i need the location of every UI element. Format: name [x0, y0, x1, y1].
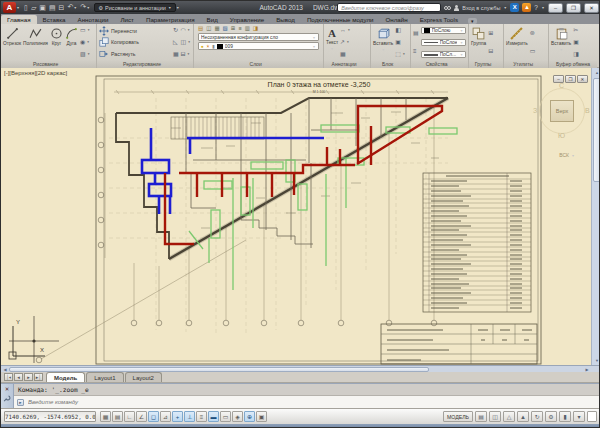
- array-icon[interactable]: ▦: [173, 51, 179, 58]
- create-block-icon[interactable]: ◧: [395, 27, 401, 34]
- quick-view-layouts-icon[interactable]: ▤: [475, 411, 487, 422]
- plot-icon[interactable]: ⊟: [59, 3, 65, 13]
- tab-view[interactable]: Вид: [201, 15, 224, 24]
- undo-icon[interactable]: ↶▾: [67, 2, 77, 13]
- leader-icon[interactable]: ↗: [340, 39, 345, 46]
- arc-button[interactable]: Дуга: [65, 25, 78, 60]
- drawing-canvas[interactable]: План 0 этажа на отметке -3,250 М 1:100: [1, 68, 600, 365]
- layer-state-icon[interactable]: ◨: [253, 25, 258, 32]
- close-button[interactable]: ✕: [584, 3, 599, 13]
- close-icon[interactable]: ✕: [5, 386, 10, 392]
- scroll-up-icon[interactable]: ▲: [592, 68, 600, 77]
- redo-icon[interactable]: ↷▾: [80, 2, 90, 13]
- paste-button[interactable]: Вставить▾: [551, 25, 571, 60]
- layer-unlock-icon[interactable]: ▮: [212, 44, 215, 49]
- tab-online[interactable]: Онлайн: [379, 15, 413, 24]
- restore-button[interactable]: ❐: [566, 3, 581, 13]
- tab-model[interactable]: Модель: [46, 372, 85, 382]
- am-toggle[interactable]: ▣: [256, 411, 267, 422]
- layer-thaw-sun-icon[interactable]: ☀: [206, 44, 210, 49]
- group-edit-icon[interactable]: ⊟: [488, 48, 493, 55]
- polyline-button[interactable]: Полилиния: [23, 25, 48, 60]
- ungroup-icon[interactable]: ⊞: [488, 30, 493, 37]
- next-layout-icon[interactable]: ▸: [24, 373, 33, 381]
- dyn-toggle[interactable]: ≡: [196, 411, 207, 422]
- viewcube-east[interactable]: В: [585, 107, 590, 114]
- tab-express[interactable]: Express Tools: [414, 15, 464, 24]
- scroll-down-icon[interactable]: ▼: [592, 356, 600, 365]
- rotate-icon[interactable]: ↻: [173, 27, 178, 34]
- layer-dropdown[interactable]: ● ☀ ▮ 009 ▾: [198, 42, 319, 50]
- edit-block-icon[interactable]: ▣: [395, 39, 401, 46]
- tab-annotate[interactable]: Аннотации: [72, 15, 115, 24]
- scale-icon[interactable]: ◺: [173, 39, 178, 46]
- quick-select-icon[interactable]: ⊚: [530, 30, 535, 37]
- mirror-icon[interactable]: ◫: [181, 39, 187, 46]
- help-icon[interactable]: ?: [534, 4, 538, 11]
- tab-manage[interactable]: Управление: [224, 15, 270, 24]
- layer-freeze-icon[interactable]: ▧: [223, 25, 228, 32]
- stretch-button[interactable]: Растянуть: [99, 49, 171, 59]
- panel-properties-label[interactable]: Свойства▾: [411, 60, 468, 68]
- qat-more-icon[interactable]: ▾: [177, 5, 179, 10]
- dimension-icon[interactable]: ↔: [340, 27, 346, 34]
- quick-calc-icon[interactable]: ▭: [530, 48, 536, 55]
- properties-list-icon[interactable]: ≡: [413, 48, 417, 55]
- annotation-scale-icon[interactable]: △: [503, 411, 515, 422]
- save-as-icon[interactable]: ▤: [49, 3, 56, 13]
- hatch-tool-icon[interactable]: ▨: [80, 51, 86, 58]
- minimize-button[interactable]: –: [548, 3, 563, 13]
- viewcube-top-face[interactable]: Верх: [550, 100, 574, 122]
- lineweight-dropdown[interactable]: ПоСл...▾: [421, 51, 467, 58]
- layer-off-icon[interactable]: ◫: [206, 25, 211, 32]
- command-window-grip[interactable]: ✕: [1, 384, 14, 408]
- snap-toggle[interactable]: ▦: [100, 411, 111, 422]
- layer-properties-icon[interactable]: ▤: [198, 25, 203, 32]
- help-arrow-icon[interactable]: ▾: [542, 5, 544, 10]
- group-button[interactable]: Группа: [471, 25, 486, 60]
- tab-layout1[interactable]: Layout1: [86, 372, 123, 382]
- command-badge-icon[interactable]: ▸: [17, 399, 24, 406]
- status-menu-icon[interactable]: ▾: [573, 411, 585, 422]
- new-file-icon[interactable]: ▯: [24, 3, 28, 13]
- tab-parametric[interactable]: Параметризация: [140, 15, 201, 24]
- layer-match-icon[interactable]: ≡: [238, 25, 241, 32]
- ortho-toggle[interactable]: ∟: [124, 411, 135, 422]
- tab-insert[interactable]: Вставка: [37, 15, 72, 24]
- layer-state-dropdown[interactable]: Несохраненная конфигурация сло▾: [198, 33, 319, 41]
- copy-clip-icon[interactable]: ▣: [573, 39, 579, 46]
- panel-groups-label[interactable]: Группы▾: [469, 60, 503, 68]
- object-color-dropdown[interactable]: ПоСлою▾: [421, 27, 467, 34]
- autocad-logo-icon[interactable]: A: [3, 2, 16, 13]
- erase-icon[interactable]: ⊟: [181, 51, 186, 58]
- sc-toggle[interactable]: ⊕: [244, 411, 255, 422]
- tab-plugins[interactable]: Подключенные модули: [301, 15, 380, 24]
- copy-button[interactable]: Копировать: [99, 37, 171, 47]
- viewcube[interactable]: С З В Ю Верх: [537, 86, 589, 138]
- osnap-toggle[interactable]: ◻: [148, 411, 159, 422]
- last-layout-icon[interactable]: ▸⏐: [34, 373, 43, 381]
- autodesk360-icon[interactable]: ▲: [522, 3, 531, 12]
- match-icon[interactable]: ◨: [573, 51, 579, 58]
- workspace-status-icon[interactable]: ⚙: [545, 411, 557, 422]
- doc-close-icon[interactable]: ✕: [577, 75, 588, 83]
- move-button[interactable]: Перенести: [99, 26, 171, 36]
- tab-home[interactable]: Главная: [1, 15, 37, 24]
- tab-output[interactable]: Вывод: [270, 15, 301, 24]
- workspace-switcher[interactable]: ⚙ Рисование и аннотации ▾: [94, 3, 176, 12]
- viewport-controls[interactable]: [-][Верхняя][2D каркас]: [4, 70, 67, 76]
- table-icon[interactable]: ▦: [340, 51, 346, 58]
- circle-button[interactable]: Круг: [50, 25, 63, 60]
- linetype-dropdown[interactable]: ПоСлое▾: [421, 39, 467, 46]
- tab-layout2[interactable]: Layout2: [125, 372, 162, 382]
- panel-draw-label[interactable]: Рисование▾: [1, 60, 96, 68]
- command-input[interactable]: [26, 398, 226, 406]
- autoscale-icon[interactable]: ↻: [531, 411, 543, 422]
- prev-layout-icon[interactable]: ◂: [14, 373, 23, 381]
- wcs-dropdown[interactable]: ВСК▾: [559, 152, 575, 158]
- vertical-scroll-thumb[interactable]: [593, 78, 600, 182]
- layer-isolate-icon[interactable]: ▦: [214, 25, 219, 32]
- rectangle-tool-icon[interactable]: ▭: [80, 27, 86, 34]
- app-menu-arrow-icon[interactable]: ▾: [17, 5, 19, 10]
- lock-ui-icon[interactable]: ▮: [559, 411, 571, 422]
